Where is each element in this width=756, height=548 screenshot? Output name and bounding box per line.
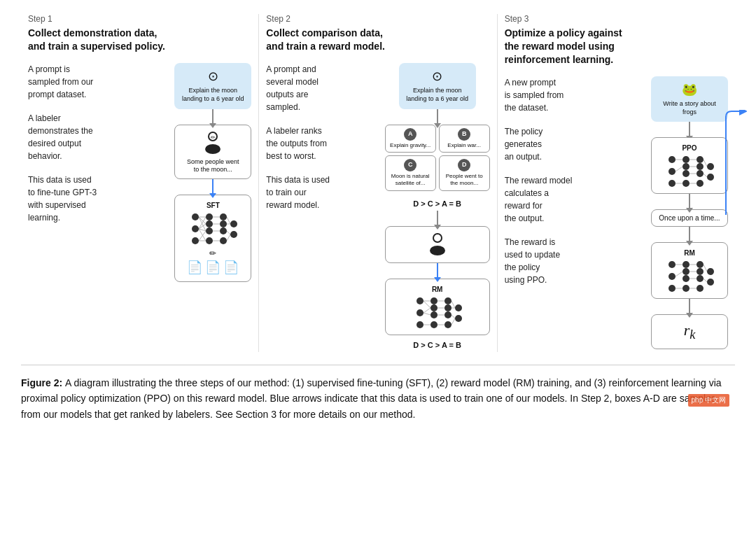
- step3-col: Step 3 Optimize a policy againstthe rewa…: [498, 14, 735, 352]
- step2-text3: This data is usedto train ourreward mode…: [266, 174, 379, 211]
- svg-point-8: [206, 220, 213, 227]
- step1-text3: This data is usedto fine-tune GPT-3with …: [28, 174, 169, 224]
- caption-text: A diagram illustrating the three steps o…: [21, 377, 722, 420]
- letter-D: D: [458, 159, 470, 171]
- prompt-icon: ⊙: [181, 69, 244, 85]
- svg-point-46: [444, 311, 451, 318]
- step3-ppo-box: PPO: [651, 137, 728, 194]
- step1-text2: A labelerdemonstrates thedesired outputb…: [28, 112, 169, 162]
- step2-content: A prompt andseveral modeloutputs aresamp…: [266, 63, 489, 352]
- labeler-person-icon: ✏: [200, 129, 225, 155]
- step1-prompt-box: ⊙ Explain the moonlanding to a 6 year ol…: [174, 63, 251, 109]
- step1-label: Step 1: [28, 14, 251, 24]
- svg-point-35: [430, 246, 445, 255]
- watermark: php 中文网: [688, 394, 729, 407]
- svg-point-90: [682, 275, 690, 282]
- svg-point-67: [682, 163, 690, 170]
- svg-point-64: [668, 168, 676, 175]
- svg-point-1: [205, 144, 220, 154]
- svg-point-48: [455, 304, 462, 311]
- diagram-area: Step 1 Collect demonstration data,and tr…: [21, 14, 735, 365]
- step1-col: Step 1 Collect demonstration data,and tr…: [21, 14, 259, 352]
- svg-point-87: [668, 285, 676, 292]
- step2-arrow3: [437, 263, 438, 279]
- caption: Figure 2: A diagram illustrating the thr…: [21, 375, 735, 422]
- step2-prompt-text: Explain the moonlanding to a 6 year old: [406, 87, 469, 103]
- step3-content: A new promptis sampled fromthe dataset. …: [505, 76, 728, 350]
- cmp-text-D: People went tothe moon...: [443, 173, 486, 188]
- svg-point-66: [682, 156, 690, 163]
- cmp-text-C: Moon is naturalsatellite of...: [389, 173, 432, 188]
- svg-point-92: [696, 261, 704, 268]
- svg-point-89: [682, 268, 690, 275]
- step1-labeler-box: ✏ Some people wentto the moon...: [174, 125, 251, 179]
- step3-ppo-label: PPO: [659, 143, 720, 153]
- svg-point-75: [707, 174, 714, 181]
- svg-line-62: [451, 318, 455, 325]
- svg-point-43: [430, 321, 438, 328]
- svg-point-16: [230, 231, 237, 238]
- svg-point-63: [668, 156, 676, 163]
- svg-point-6: [192, 237, 199, 244]
- step2-arrow2: [437, 211, 438, 226]
- svg-line-84: [704, 174, 707, 177]
- cmp-box-A: A Explain gravity...: [385, 125, 436, 153]
- svg-point-13: [220, 227, 227, 234]
- svg-point-5: [192, 225, 199, 232]
- step3-arrow2: [689, 194, 690, 209]
- svg-line-52: [424, 308, 430, 313]
- step3-rm-box: RM: [651, 242, 728, 299]
- svg-point-74: [707, 163, 714, 170]
- step3-rm-label: RM: [659, 248, 720, 258]
- step3-frog-icon: 🐸: [658, 82, 721, 98]
- step3-rm-svg: [665, 258, 714, 293]
- svg-line-99: [676, 272, 682, 276]
- svg-point-7: [206, 213, 213, 220]
- svg-line-77: [676, 167, 682, 171]
- letter-B: B: [458, 128, 470, 141]
- svg-point-96: [707, 268, 714, 275]
- letter-C: C: [404, 159, 416, 171]
- step2-text1: A prompt andseveral modeloutputs aresamp…: [266, 63, 379, 113]
- svg-point-65: [668, 180, 676, 187]
- svg-point-15: [230, 220, 237, 227]
- step2-comparison-grid: A Explain gravity... B Explain war... C …: [385, 125, 490, 191]
- step1-content: A prompt issampled from ourprompt datase…: [28, 63, 251, 282]
- step3-arrow1: [689, 122, 690, 137]
- step2-rm-box: RM: [385, 279, 490, 335]
- svg-point-71: [696, 163, 704, 170]
- step2-col: Step 2 Collect comparison data,and train…: [259, 14, 497, 352]
- cmp-box-B: B Explain war...: [439, 125, 490, 153]
- step1-output-text: Some people wentto the moon...: [181, 158, 245, 174]
- caption-prefix: Figure 2:: [21, 377, 65, 388]
- step2-arrow1: [437, 109, 438, 125]
- ppo-network-svg: [665, 153, 714, 188]
- step1-network-box: SFT: [174, 195, 251, 282]
- svg-point-39: [416, 321, 424, 328]
- step2-prompt-box: ⊙ Explain the moonlanding to a 6 year ol…: [399, 63, 476, 109]
- step3-diagram: 🐸 Write a story about frogs PPO: [651, 76, 728, 350]
- doc-icon2: 📄: [205, 260, 220, 276]
- step1-prompt-text: Explain the moonlanding to a 6 year old: [181, 87, 244, 103]
- svg-point-72: [696, 170, 704, 177]
- step3-text4: The reward isused to updatethe policyusi…: [505, 236, 645, 286]
- step1-arrow1: [212, 109, 214, 125]
- step2-ranking-bottom: D > C > A = B: [385, 341, 490, 349]
- svg-point-4: [192, 213, 199, 220]
- letter-A: A: [404, 128, 416, 141]
- svg-text:✏: ✏: [211, 134, 216, 141]
- step1-sft-label: SFT: [182, 201, 244, 210]
- step1-arrow2: [212, 179, 214, 195]
- step1-edit-icon: ✏: [182, 248, 244, 260]
- step3-output-text: Once upon a time...: [659, 214, 720, 222]
- step2-prompt-icon: ⊙: [406, 69, 469, 85]
- step2-diagram: ⊙ Explain the moonlanding to a 6 year ol…: [385, 63, 490, 352]
- step2-ranking-top: D > C > A = B: [385, 199, 490, 208]
- cmp-box-C: C Moon is naturalsatellite of...: [385, 155, 436, 191]
- svg-point-70: [696, 156, 704, 163]
- cmp-text-A: Explain gravity...: [389, 142, 432, 149]
- svg-point-49: [455, 315, 462, 322]
- step3-text3: The reward modelcalculates areward forth…: [505, 174, 645, 225]
- svg-point-47: [444, 321, 451, 328]
- step3-arrow3: [689, 227, 690, 242]
